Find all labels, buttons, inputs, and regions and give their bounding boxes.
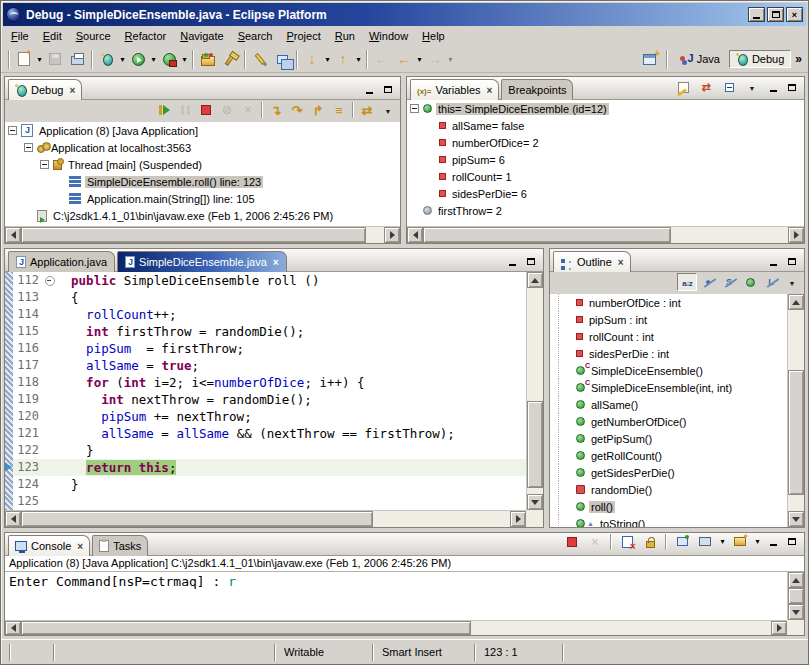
editor-tab[interactable]: SimpleDiceEnsemble.java × [117, 251, 287, 272]
search-button[interactable] [219, 49, 241, 70]
editor-ruler-cell[interactable] [5, 425, 13, 442]
tree-row[interactable]: this= SimpleDiceEnsemble (id=12) [407, 100, 804, 117]
scroll-right-button[interactable] [510, 511, 526, 527]
outline-item[interactable]: ▲ getPipSum() [550, 430, 787, 447]
back-button[interactable]: ← [393, 49, 415, 70]
fold-column[interactable] [43, 459, 56, 476]
outline-tab-close-icon[interactable]: × [618, 257, 624, 268]
fold-column[interactable] [43, 408, 56, 425]
editor-ruler-cell[interactable] [5, 340, 13, 357]
scroll-down-button[interactable] [788, 511, 804, 527]
editor-ruler-cell[interactable] [5, 391, 13, 408]
scroll-up-button[interactable] [527, 272, 543, 288]
scroll-left-button[interactable] [5, 227, 21, 243]
perspective-debug-button[interactable]: Debug [729, 50, 791, 68]
editor-ruler-cell[interactable] [5, 493, 13, 510]
outline-item[interactable]: ▲ roll() [550, 498, 787, 515]
fold-column[interactable] [43, 442, 56, 459]
tree-expander-icon[interactable] [24, 143, 33, 152]
code-line[interactable]: 117 allSame = true; [5, 357, 526, 374]
code-line[interactable]: 114 rollCount++; [5, 306, 526, 323]
code-line[interactable]: 116 pipSum = firstThrow; [5, 340, 526, 357]
scroll-right-button[interactable] [788, 227, 804, 243]
tab-tasks[interactable]: Tasks [92, 535, 148, 556]
editor-ruler-cell[interactable] [5, 476, 13, 493]
tree-row[interactable]: numberOfDice= 2 [407, 134, 804, 151]
tab-breakpoints[interactable]: Breakpoints [501, 79, 573, 100]
menu-project[interactable]: Project [281, 28, 327, 44]
back-dropdown[interactable] [415, 49, 424, 70]
external-tools-dropdown[interactable] [180, 49, 189, 70]
outline-item[interactable]: ▲ toString() [550, 515, 787, 527]
variables-horizontal-scrollbar[interactable] [407, 226, 804, 243]
debug-button[interactable] [96, 49, 118, 70]
console-minimize-button[interactable] [765, 535, 781, 549]
fold-column[interactable] [43, 272, 56, 289]
code-line[interactable]: 118 for (int i=2; i<=numberOfDice; i++) … [5, 374, 526, 391]
debug-maximize-button[interactable] [380, 82, 396, 96]
code-line[interactable]: 112 public SimpleDiceEnsemble roll () [5, 272, 526, 289]
menu-file[interactable]: File [5, 28, 35, 44]
editor-vertical-scrollbar[interactable] [526, 272, 543, 510]
console-maximize-button[interactable] [784, 535, 800, 549]
menu-refactor[interactable]: Refactor [119, 28, 173, 44]
link-with-editor-button[interactable] [271, 49, 293, 70]
console-output[interactable]: Enter Command[nsP=ctrmaq] : r [5, 572, 787, 620]
suspend-button[interactable] [175, 101, 195, 119]
tree-row[interactable]: sidesPerDie= 6 [407, 185, 804, 202]
mark-occurrences-button[interactable] [249, 49, 271, 70]
editor-ruler-cell[interactable] [5, 374, 13, 391]
tree-row[interactable]: SimpleDiceEnsemble.roll() line: 123 [5, 173, 400, 190]
run-button[interactable] [127, 49, 149, 70]
print-button[interactable] [66, 49, 88, 70]
perspective-overflow-chevron[interactable]: » [793, 52, 804, 66]
display-console-dropdown[interactable] [718, 531, 727, 552]
code-line[interactable]: 125 [5, 493, 526, 510]
next-annotation-button[interactable]: ↓ [301, 49, 323, 70]
fold-column[interactable] [43, 425, 56, 442]
hide-local-types-button[interactable]: L [761, 273, 781, 291]
editor-tab-close-icon[interactable]: × [273, 257, 279, 268]
outline-item[interactable]: ▲ sidesPerDie : int [550, 345, 787, 362]
menu-run[interactable]: Run [329, 28, 361, 44]
editor-ruler-cell[interactable] [5, 289, 13, 306]
tree-row[interactable]: C:\j2sdk1.4.1_01\bin\javaw.exe (Feb 1, 2… [5, 207, 400, 224]
clear-console-button[interactable] [617, 533, 637, 551]
menu-search[interactable]: Search [232, 28, 279, 44]
pin-console-button[interactable] [672, 533, 692, 551]
debug-view-menu-button[interactable] [378, 101, 398, 119]
scroll-up-button[interactable] [788, 572, 804, 588]
editor-ruler-cell[interactable] [5, 272, 13, 289]
terminate-button[interactable] [196, 101, 216, 119]
code-line[interactable]: 124 } [5, 476, 526, 493]
open-perspective-button[interactable] [639, 49, 661, 70]
forward-dropdown[interactable] [446, 49, 455, 70]
outline-view-menu-button[interactable] [782, 273, 802, 291]
outline-item[interactable]: ▲ getNumberOfDice() [550, 413, 787, 430]
hide-fields-button[interactable]: ● [698, 273, 718, 291]
outline-item[interactable]: ▲ numberOfDice : int [550, 294, 787, 311]
console-terminate-button[interactable] [562, 533, 582, 551]
variables-view-menu-button[interactable] [742, 78, 762, 96]
next-annotation-dropdown[interactable] [323, 49, 332, 70]
editor-ruler-cell[interactable] [5, 442, 13, 459]
console-tab-close-icon[interactable]: × [77, 541, 83, 552]
code-editor[interactable]: 112 public SimpleDiceEnsemble roll () 11… [5, 272, 526, 510]
sort-button[interactable] [677, 273, 697, 291]
open-console-dropdown[interactable] [753, 531, 762, 552]
open-type-button[interactable] [197, 49, 219, 70]
remove-terminated-button[interactable]: × [238, 101, 258, 119]
hide-non-public-button[interactable] [740, 273, 760, 291]
perspective-java-button[interactable]: Java [673, 50, 727, 69]
close-button[interactable]: × [786, 7, 803, 22]
code-line[interactable]: 121 allSame = allSame && (nextThrow == f… [5, 425, 526, 442]
debug-horizontal-scrollbar[interactable] [5, 226, 400, 243]
fold-column[interactable] [43, 476, 56, 493]
editor-tab[interactable]: Application.java [8, 251, 115, 272]
editor-ruler-cell[interactable] [5, 408, 13, 425]
open-console-button[interactable] [730, 533, 750, 551]
menu-help[interactable]: Help [416, 28, 451, 44]
run-dropdown[interactable] [149, 49, 158, 70]
outline-minimize-button[interactable] [765, 254, 781, 268]
debug-minimize-button[interactable] [361, 82, 377, 96]
